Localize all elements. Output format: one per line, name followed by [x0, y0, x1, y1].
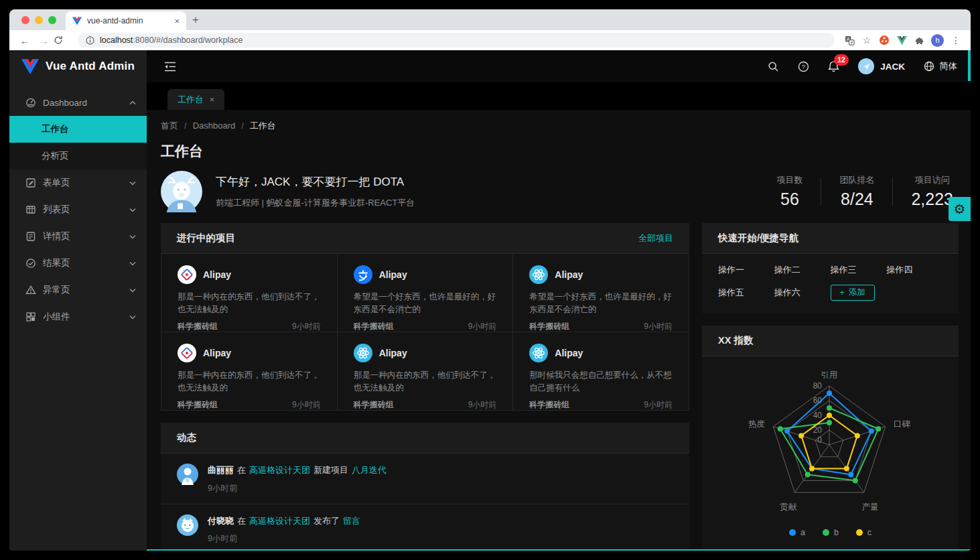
- activity-user[interactable]: 付晓晓: [208, 516, 234, 526]
- app-logo[interactable]: Vue Antd Admin: [9, 50, 147, 82]
- project-card[interactable]: Alipay 希望是一个好东西，也许是最好的，好东西是不会消亡的 科学搬砖组9小…: [513, 254, 689, 332]
- project-group[interactable]: 科学搬砖组: [178, 399, 218, 411]
- help-icon[interactable]: ?: [798, 61, 809, 72]
- radar-card-header: XX 指数: [702, 326, 959, 356]
- sidebar-item-analysis[interactable]: 分析页: [9, 143, 147, 169]
- quicknav-link-6[interactable]: 操作六: [774, 287, 831, 299]
- bottom-accent-line: [147, 549, 971, 551]
- forward-button[interactable]: →: [35, 35, 52, 46]
- legend-item-b[interactable]: b: [823, 528, 839, 537]
- project-desc: 希望是一个好东西，也许是最好的，好东西是不会消亡的: [354, 291, 497, 318]
- project-group[interactable]: 科学搬砖组: [354, 321, 394, 332]
- quicknav-link-4[interactable]: 操作四: [886, 264, 942, 276]
- sidebar-item-dashboard[interactable]: Dashboard: [9, 89, 147, 116]
- activity-text: 付晓晓在高逼格设计天团发布了留言: [208, 514, 364, 528]
- search-icon[interactable]: [768, 61, 779, 72]
- member-avatar: [177, 514, 198, 536]
- project-desc: 那是一种内在的东西，他们到达不了，也无法触及的: [178, 291, 321, 318]
- breadcrumb-dashboard[interactable]: Dashboard: [193, 121, 236, 131]
- vue-devtools-icon[interactable]: [894, 36, 910, 45]
- reload-button[interactable]: [54, 36, 71, 45]
- sidebar-item-forms[interactable]: 表单页: [9, 169, 147, 196]
- legend-dot: [823, 529, 829, 536]
- all-projects-link[interactable]: 全部项目: [638, 232, 673, 244]
- bookmark-star-icon[interactable]: ☆: [859, 35, 875, 46]
- quicknav-link-2[interactable]: 操作二: [774, 264, 831, 276]
- radar-title: XX 指数: [718, 334, 753, 347]
- project-card[interactable]: Alipay 那是一种内在的东西，他们到达不了，也无法触及的 科学搬砖组9小时前: [161, 332, 338, 411]
- projects-title: 进行中的项目: [177, 232, 235, 244]
- project-card[interactable]: Alipay 希望是一个好东西，也许是最好的，好东西是不会消亡的 科学搬砖组9小…: [338, 254, 514, 332]
- user-menu[interactable]: JACK: [858, 58, 905, 74]
- project-group[interactable]: 科学搬砖组: [178, 321, 218, 332]
- browser-toolbar: ← → localhost:8080/#/dashboard/workplace…: [9, 30, 971, 50]
- new-tab-button[interactable]: +: [186, 13, 205, 27]
- sidebar-collapse-icon[interactable]: [164, 62, 176, 72]
- activity-group-link[interactable]: 高逼格设计天团: [249, 465, 310, 475]
- stat-label: 项目数: [776, 174, 802, 186]
- activity-target-link[interactable]: 八月迭代: [352, 465, 387, 475]
- site-info-icon[interactable]: [86, 36, 94, 45]
- sidebar-item-exceptions[interactable]: 异常页: [9, 277, 147, 303]
- project-card[interactable]: Alipay 那是一种内在的东西，他们到达不了，也无法触及的 科学搬砖组9小时前: [338, 332, 514, 411]
- activity-group-link[interactable]: 高逼格设计天团: [249, 516, 310, 526]
- project-card[interactable]: Alipay 那时候我只会想自己想要什么，从不想自己拥有什么 科学搬砖组9小时前: [513, 332, 689, 411]
- sidebar-item-results[interactable]: 结果页: [9, 250, 147, 277]
- close-window-button[interactable]: [21, 16, 29, 24]
- address-bar[interactable]: localhost:8080/#/dashboard/workplace: [78, 33, 835, 48]
- settings-gear-button[interactable]: ⚙: [949, 197, 971, 221]
- back-button[interactable]: ←: [16, 35, 33, 46]
- sidebar-item-widgets[interactable]: 小组件: [9, 303, 147, 330]
- quicknav-link-1[interactable]: 操作一: [718, 264, 774, 276]
- svg-text:口碑: 口碑: [894, 419, 911, 429]
- projects-grid: Alipay 那是一种内在的东西，他们到达不了，也无法触及的 科学搬砖组9小时前…: [161, 254, 689, 411]
- project-card[interactable]: Alipay 那是一种内在的东西，他们到达不了，也无法触及的 科学搬砖组9小时前: [161, 254, 338, 332]
- add-label: 添加: [849, 287, 865, 298]
- extension-orange-icon[interactable]: [876, 35, 892, 46]
- browser-menu-kebab-icon[interactable]: ⋮: [948, 35, 964, 46]
- sidebar-item-details[interactable]: 详情页: [9, 223, 147, 250]
- page-tab-workplace[interactable]: 工作台 ×: [167, 89, 224, 110]
- minimize-window-button[interactable]: [35, 16, 43, 24]
- dashboard-icon: [25, 97, 36, 108]
- browser-tab[interactable]: vue-antd-admin ×: [66, 11, 186, 30]
- activity-action: 新建项目: [313, 465, 348, 475]
- legend-item-c[interactable]: c: [856, 528, 871, 537]
- notifications-bell[interactable]: 12: [828, 60, 839, 72]
- maximize-window-button[interactable]: [48, 16, 56, 24]
- radar-chart: 020406080引用口碑产量贡献热度 a b c: [702, 356, 959, 551]
- breadcrumb-separator: /: [184, 121, 187, 131]
- quicknav-link-5[interactable]: 操作五: [718, 287, 774, 299]
- svg-text:?: ?: [802, 63, 805, 70]
- sidebar-item-workplace[interactable]: 工作台: [9, 116, 147, 143]
- profile-icon: [25, 231, 36, 242]
- activity-text: 曲丽丽在高逼格设计天团新建项目八月迭代: [208, 464, 390, 477]
- add-button[interactable]: +添加: [831, 285, 875, 301]
- activity-target-link[interactable]: 留言: [343, 516, 360, 526]
- projects-card: 进行中的项目 全部项目 Alipay 那是一种内在的东西，他们到达不了，也无法: [161, 223, 689, 411]
- translate-icon[interactable]: A: [841, 36, 857, 46]
- sidebar-item-label: 表单页: [43, 177, 70, 189]
- page-tab-close-icon[interactable]: ×: [210, 95, 214, 104]
- quicknav-link-3[interactable]: 操作三: [831, 264, 887, 276]
- tab-close-icon[interactable]: ×: [174, 16, 180, 26]
- activity-connector: 在: [237, 516, 246, 526]
- activity-list: 曲丽丽在高逼格设计天团新建项目八月迭代 9小时前 付晓晓在高逼格设计天团发布了留…: [161, 453, 689, 551]
- browser-profile-avatar[interactable]: h: [931, 34, 944, 47]
- project-group[interactable]: 科学搬砖组: [529, 321, 569, 332]
- project-name: Alipay: [203, 269, 231, 280]
- breadcrumb-home[interactable]: 首页: [161, 121, 178, 131]
- vue-logo-icon: [21, 59, 39, 74]
- url-path: :8080/#/dashboard/workplace: [133, 36, 242, 45]
- chevron-down-icon: [129, 208, 136, 212]
- scrollbar-thumb[interactable]: [968, 50, 971, 81]
- legend-item-a[interactable]: a: [789, 528, 805, 537]
- project-group[interactable]: 科学搬砖组: [354, 399, 394, 411]
- notification-badge: 12: [834, 54, 849, 66]
- extensions-puzzle-icon[interactable]: [911, 36, 927, 46]
- activity-user[interactable]: 曲丽丽: [208, 465, 234, 475]
- language-switcher[interactable]: 简体: [924, 60, 957, 72]
- sidebar-item-label: Dashboard: [43, 98, 87, 108]
- project-group[interactable]: 科学搬砖组: [529, 399, 569, 411]
- sidebar-item-lists[interactable]: 列表页: [9, 196, 147, 223]
